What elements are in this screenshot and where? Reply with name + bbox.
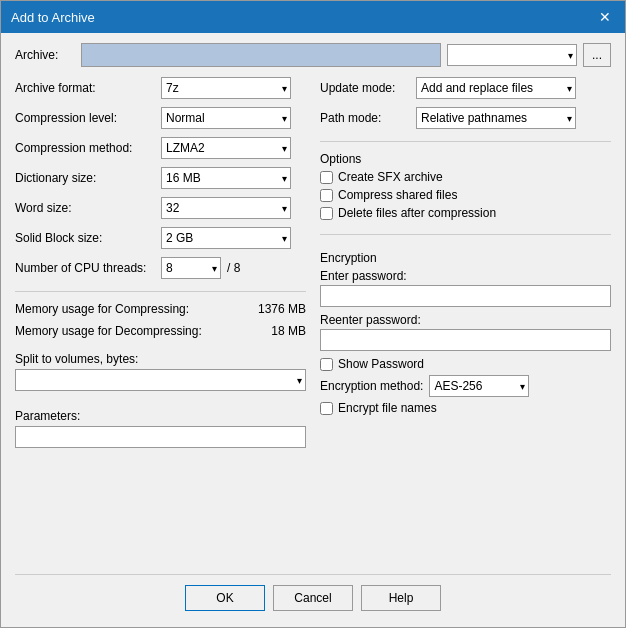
word-size-select[interactable]: 32	[161, 197, 291, 219]
archive-format-select[interactable]: 7z	[161, 77, 291, 99]
cancel-button[interactable]: Cancel	[273, 585, 353, 611]
compression-method-label: Compression method:	[15, 141, 155, 155]
split-section: Split to volumes, bytes:	[15, 352, 306, 391]
encrypt-filenames-checkbox[interactable]	[320, 402, 333, 415]
reenter-password-input[interactable]	[320, 329, 611, 351]
separator2	[320, 141, 611, 142]
dictionary-size-label: Dictionary size:	[15, 171, 155, 185]
word-size-row: Word size: 32	[15, 197, 306, 219]
update-mode-label: Update mode:	[320, 81, 410, 95]
memory-decompressing-label: Memory usage for Decompressing:	[15, 324, 202, 338]
cpu-threads-row: Number of CPU threads: 8 / 8	[15, 257, 306, 279]
path-mode-label: Path mode:	[320, 111, 410, 125]
parameters-input[interactable]	[15, 426, 306, 448]
encryption-method-label: Encryption method:	[320, 379, 423, 393]
delete-after-checkbox[interactable]	[320, 207, 333, 220]
title-bar: Add to Archive ✕	[1, 1, 625, 33]
close-button[interactable]: ✕	[595, 7, 615, 27]
show-password-label: Show Password	[338, 357, 424, 371]
enter-password-label: Enter password:	[320, 269, 611, 283]
solid-block-size-label: Solid Block size:	[15, 231, 155, 245]
cpu-threads-label: Number of CPU threads:	[15, 261, 155, 275]
encrypt-filenames-label: Encrypt file names	[338, 401, 437, 415]
archive-row: Archive: ...	[15, 43, 611, 67]
memory-compressing-value: 1376 MB	[258, 302, 306, 316]
ok-button[interactable]: OK	[185, 585, 265, 611]
left-panel: Archive format: 7z Compression level: No…	[15, 77, 306, 570]
reenter-password-label: Reenter password:	[320, 313, 611, 327]
dialog-content: Archive: ... Archive format: 7z	[1, 33, 625, 627]
create-sfx-checkbox[interactable]	[320, 171, 333, 184]
help-button[interactable]: Help	[361, 585, 441, 611]
dictionary-size-row: Dictionary size: 16 MB	[15, 167, 306, 189]
add-to-archive-dialog: Add to Archive ✕ Archive: ... Archive fo…	[0, 0, 626, 628]
compression-level-label: Compression level:	[15, 111, 155, 125]
bottom-buttons: OK Cancel Help	[15, 574, 611, 617]
dictionary-size-select[interactable]: 16 MB	[161, 167, 291, 189]
create-sfx-row: Create SFX archive	[320, 170, 611, 184]
update-mode-row: Update mode: Add and replace files	[320, 77, 611, 99]
delete-after-row: Delete files after compression	[320, 206, 611, 220]
compression-level-row: Compression level: Normal	[15, 107, 306, 129]
solid-block-size-row: Solid Block size: 2 GB	[15, 227, 306, 249]
separator1	[15, 291, 306, 292]
encrypt-filenames-row: Encrypt file names	[320, 401, 611, 415]
archive-ext-dropdown[interactable]	[447, 44, 577, 66]
show-password-checkbox[interactable]	[320, 358, 333, 371]
cpu-threads-max: / 8	[227, 261, 240, 275]
main-area: Archive format: 7z Compression level: No…	[15, 77, 611, 570]
enter-password-input[interactable]	[320, 285, 611, 307]
separator3	[320, 234, 611, 235]
compress-shared-label: Compress shared files	[338, 188, 457, 202]
compression-level-select[interactable]: Normal	[161, 107, 291, 129]
split-volumes-select[interactable]	[15, 369, 306, 391]
compression-method-select[interactable]: LZMA2	[161, 137, 291, 159]
archive-label: Archive:	[15, 48, 75, 62]
memory-compressing-label: Memory usage for Compressing:	[15, 302, 189, 316]
encryption-method-select[interactable]: AES-256	[429, 375, 529, 397]
options-label: Options	[320, 152, 611, 166]
encryption-group: Encryption Enter password: Reenter passw…	[320, 251, 611, 419]
memory-compressing-row: Memory usage for Compressing: 1376 MB	[15, 302, 306, 316]
compression-method-row: Compression method: LZMA2	[15, 137, 306, 159]
compress-shared-checkbox[interactable]	[320, 189, 333, 202]
encryption-label: Encryption	[320, 251, 611, 265]
split-label: Split to volumes, bytes:	[15, 352, 306, 366]
delete-after-label: Delete files after compression	[338, 206, 496, 220]
update-mode-select[interactable]: Add and replace files	[416, 77, 576, 99]
browse-button[interactable]: ...	[583, 43, 611, 67]
word-size-label: Word size:	[15, 201, 155, 215]
show-password-row: Show Password	[320, 357, 611, 371]
dialog-title: Add to Archive	[11, 10, 95, 25]
solid-block-size-select[interactable]: 2 GB	[161, 227, 291, 249]
archive-path-input[interactable]	[81, 43, 441, 67]
path-mode-row: Path mode: Relative pathnames	[320, 107, 611, 129]
memory-decompressing-value: 18 MB	[271, 324, 306, 338]
archive-format-row: Archive format: 7z	[15, 77, 306, 99]
archive-format-label: Archive format:	[15, 81, 155, 95]
create-sfx-label: Create SFX archive	[338, 170, 443, 184]
parameters-label: Parameters:	[15, 409, 306, 423]
encryption-method-row: Encryption method: AES-256	[320, 375, 611, 397]
compress-shared-row: Compress shared files	[320, 188, 611, 202]
memory-decompressing-row: Memory usage for Decompressing: 18 MB	[15, 324, 306, 338]
options-group: Options Create SFX archive Compress shar…	[320, 152, 611, 224]
cpu-threads-select[interactable]: 8	[161, 257, 221, 279]
parameters-section: Parameters:	[15, 403, 306, 448]
right-panel: Update mode: Add and replace files Path …	[320, 77, 611, 570]
path-mode-select[interactable]: Relative pathnames	[416, 107, 576, 129]
